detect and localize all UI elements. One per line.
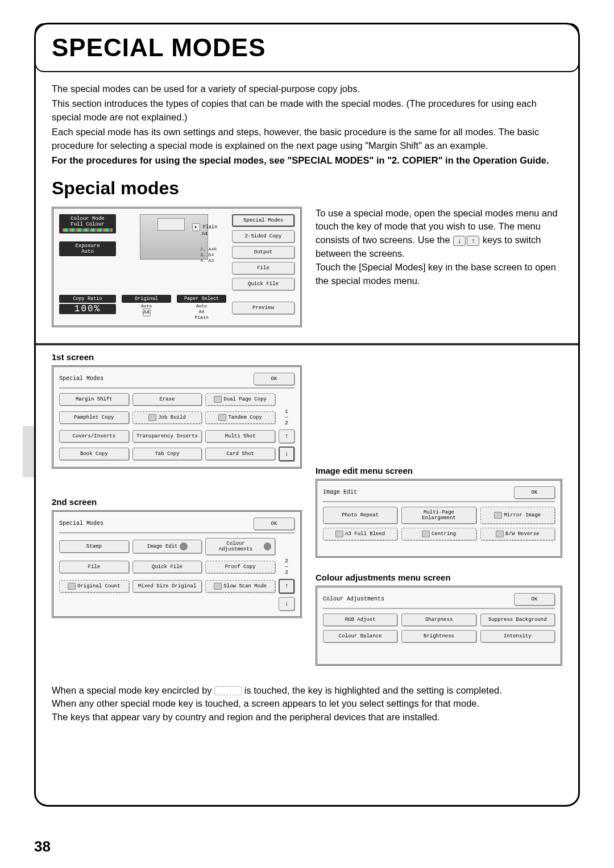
scroll-down-button[interactable]: ↓	[279, 446, 294, 461]
stamp-button[interactable]: Stamp	[59, 540, 129, 553]
page-border: SPECIAL MODES The special modes can be u…	[34, 23, 580, 807]
output-button[interactable]: Output	[232, 246, 294, 258]
dashed-box-icon	[214, 686, 242, 695]
sharpness-button[interactable]: Sharpness	[401, 614, 476, 626]
dual-page-icon	[214, 396, 222, 403]
scroll-down-button-2[interactable]: ↓	[279, 597, 294, 611]
tray-a4-label: A4	[202, 231, 208, 237]
centring-button[interactable]: Centring	[401, 528, 476, 540]
dual-page-copy-button[interactable]: Dual Page Copy	[205, 393, 275, 406]
rgb-adjust-button[interactable]: RGB Adjust	[323, 614, 397, 626]
job-build-button[interactable]: Job Build	[132, 411, 202, 424]
a3-bleed-icon	[335, 531, 343, 537]
colour-adjustments-button[interactable]: Colour Adjustments	[205, 538, 275, 555]
file-button[interactable]: File	[232, 262, 294, 274]
colour-adjustments-panel: Colour Adjustments OK RGB Adjust Sharpne…	[316, 586, 562, 666]
multi-shot-button[interactable]: Multi Shot	[205, 430, 275, 443]
brightness-button[interactable]: Brightness	[401, 630, 476, 642]
mirror-image-button[interactable]: Mirror Image	[480, 507, 555, 524]
section-divider	[36, 343, 578, 345]
intro-p3: Each special mode has its own settings a…	[52, 126, 562, 153]
ok-button-4[interactable]: OK	[514, 593, 555, 606]
colour-adj-title: Colour Adjustments	[323, 596, 384, 602]
tab-copy-button[interactable]: Tab Copy	[132, 448, 202, 460]
ok-button-2[interactable]: OK	[254, 518, 294, 530]
page-tot-1: 2	[285, 420, 288, 426]
special-modes-button[interactable]: Special Modes	[232, 214, 294, 227]
colour-balance-button[interactable]: Colour Balance	[323, 630, 397, 642]
footnote: When a special mode key encircled by is …	[52, 684, 562, 725]
copy-ratio-value: 100%	[59, 304, 116, 314]
photo-repeat-button[interactable]: Photo Repeat	[323, 507, 397, 524]
sm-title-1: Special Modes	[59, 375, 103, 382]
quick-file-button-2[interactable]: Quick File	[132, 561, 202, 573]
intro-p4: For the procedures for using the special…	[52, 154, 562, 168]
ok-button-1[interactable]: OK	[254, 373, 294, 385]
a3-full-bleed-button[interactable]: A3 Full Bleed	[323, 528, 397, 540]
side-tab	[23, 426, 34, 477]
job-build-icon	[148, 414, 156, 421]
transparency-inserts-button[interactable]: Transparency Inserts	[132, 430, 202, 443]
file-button-2[interactable]: File	[59, 561, 129, 573]
note-t3: When any other special mode key is touch…	[52, 697, 562, 711]
base-screen-panel: Colour Mode Full Colour Exposure Auto	[52, 207, 302, 327]
book-copy-button[interactable]: Book Copy	[59, 448, 129, 460]
card-shot-button[interactable]: Card Shot	[205, 448, 275, 460]
exposure-button[interactable]: Exposure Auto	[59, 241, 116, 256]
image-edit-dot-icon	[180, 542, 188, 550]
colour-mode-label: Colour Mode	[63, 216, 113, 222]
original-button[interactable]: Original	[122, 295, 171, 303]
image-edit-panel: Image Edit OK Photo Repeat Multi-Page En…	[316, 479, 562, 558]
slow-scan-mode-button[interactable]: Slow Scan Mode	[205, 580, 275, 592]
page-tot-2: 2	[285, 570, 288, 575]
paper-icon: ▸	[192, 223, 200, 231]
note-t2: is touched, the key is highlighted and t…	[244, 685, 502, 695]
mixed-size-original-button[interactable]: Mixed Size Original	[132, 580, 202, 592]
page-ind-2: 2	[285, 558, 288, 564]
up-key-icon: ↑	[467, 236, 479, 246]
suppress-background-button[interactable]: Suppress Background	[480, 614, 555, 626]
paper-auto-label: Auto	[177, 303, 226, 308]
covers-inserts-button[interactable]: Covers/Inserts	[59, 430, 129, 443]
page-heading: SPECIAL MODES	[52, 34, 562, 62]
ok-button-3[interactable]: OK	[514, 486, 555, 499]
copy-ratio-button[interactable]: Copy Ratio	[59, 295, 116, 303]
intro-text: The special modes can be used for a vari…	[52, 82, 562, 168]
original-auto-label: Auto	[122, 303, 171, 308]
multi-page-enlargement-button[interactable]: Multi-Page Enlargement	[401, 507, 476, 524]
tray-sizes: 2. A4R 3. B4 4. A3	[200, 247, 217, 264]
quick-file-button[interactable]: Quick File	[232, 278, 294, 290]
original-count-button[interactable]: Original Count	[59, 580, 129, 592]
intro-p2: This section introduces the types of cop…	[52, 97, 562, 124]
scroll-up-button-2[interactable]: ↑	[279, 579, 294, 594]
exposure-auto-label: Auto	[63, 249, 113, 254]
first-screen-label: 1st screen	[52, 352, 302, 362]
margin-shift-button[interactable]: Margin Shift	[59, 393, 129, 406]
image-edit-label: Image edit menu screen	[316, 466, 562, 475]
original-size-icon: A4	[143, 308, 151, 316]
note-t1: When a special mode key encircled by	[52, 685, 214, 695]
pamphlet-copy-button[interactable]: Pamphlet Copy	[59, 411, 129, 424]
bw-reverse-button[interactable]: B/W Reverse	[480, 528, 555, 540]
tandem-copy-button[interactable]: Tandem Copy	[205, 411, 275, 424]
intensity-button[interactable]: Intensity	[480, 630, 555, 642]
section-title: Special modes	[52, 178, 562, 199]
tray-illustration: 2. A4R 3. B4 4. A3	[140, 214, 208, 260]
bw-reverse-icon	[496, 531, 504, 537]
colour-mode-button[interactable]: Colour Mode Full Colour	[59, 214, 116, 233]
scroll-up-button[interactable]: ↑	[279, 429, 294, 443]
heading-box: SPECIAL MODES	[35, 23, 579, 72]
paper-plain-label: Plain	[177, 315, 226, 320]
sm-title-2: Special Modes	[59, 520, 103, 527]
paper-select-button[interactable]: Paper Select	[177, 295, 226, 303]
two-sided-copy-button[interactable]: 2-Sided Copy	[232, 230, 294, 243]
special-modes-panel-1: Special Modes OK Margin Shift Erase Dual…	[52, 365, 302, 469]
image-edit-button[interactable]: Image Edit	[132, 540, 202, 553]
proof-copy-button[interactable]: Proof Copy	[205, 561, 275, 573]
tray-plain-label: Plain	[203, 224, 218, 230]
image-edit-title: Image Edit	[323, 489, 357, 495]
erase-button[interactable]: Erase	[132, 393, 202, 406]
preview-button[interactable]: Preview	[232, 302, 294, 314]
tray3-label: 3. B4	[200, 252, 217, 258]
note-t4: The keys that appear vary by country and…	[52, 711, 562, 724]
